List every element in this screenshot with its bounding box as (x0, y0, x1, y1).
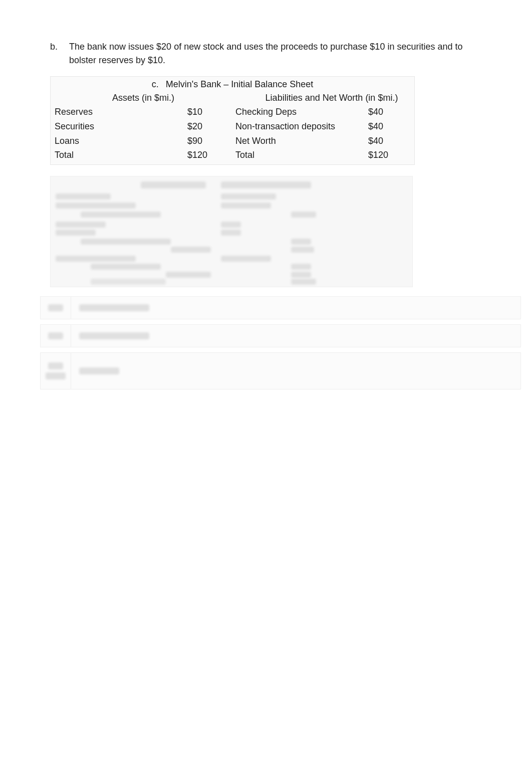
obscured-row (40, 352, 521, 389)
asset-label: Reserves (55, 105, 187, 119)
problem-line: b. The bank now issues $20 of new stock … (40, 40, 492, 67)
column-headers: Assets (in $mi.) Liabilities and Net Wor… (52, 91, 413, 105)
liability-label: Total (235, 148, 368, 162)
liabilities-column: Checking Deps Non-transaction deposits N… (232, 105, 413, 162)
liability-label: Non-transaction deposits (235, 119, 368, 134)
problem-bullet: b. (40, 40, 64, 54)
asset-label: Securities (55, 119, 187, 134)
asset-label: Total (55, 148, 187, 162)
asset-label: Loans (55, 134, 187, 148)
obscured-row (40, 324, 521, 347)
liability-value: $40 (368, 105, 413, 119)
asset-value: $120 (187, 148, 232, 162)
liability-value: $120 (368, 148, 413, 162)
liability-label: Checking Deps (235, 105, 368, 119)
document-body: b. The bank now issues $20 of new stock … (0, 0, 532, 389)
problem-text: The bank now issues $20 of new stock and… (64, 40, 492, 67)
balance-sheet-title-row: c. Melvin's Bank – Initial Balance Sheet (52, 78, 413, 91)
liability-label: Net Worth (235, 134, 368, 148)
asset-value: $10 (187, 105, 232, 119)
asset-value: $90 (187, 134, 232, 148)
sheet-letter: c. (152, 78, 159, 91)
obscured-region-2 (40, 296, 521, 389)
sheet-title: Melvin's Bank – Initial Balance Sheet (166, 78, 314, 91)
assets-column: Reserves Securities Loans Total $10 $20 … (52, 105, 232, 162)
balance-sheet-body: Reserves Securities Loans Total $10 $20 … (52, 105, 413, 162)
liability-value: $40 (368, 119, 413, 134)
balance-sheet: c. Melvin's Bank – Initial Balance Sheet… (50, 76, 415, 165)
obscured-row (40, 296, 521, 319)
asset-value: $20 (187, 119, 232, 134)
liabilities-header: Liabilities and Net Worth (in $mi.) (225, 91, 413, 105)
liability-value: $40 (368, 134, 413, 148)
assets-header: Assets (in $mi.) (52, 91, 225, 105)
obscured-region-1 (50, 176, 413, 287)
